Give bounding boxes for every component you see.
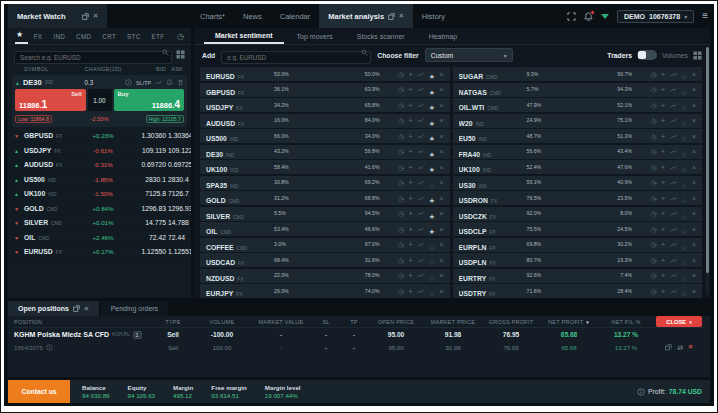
clock-icon[interactable]: ◷ (398, 257, 404, 264)
remove-icon[interactable]: × (692, 195, 696, 202)
remove-icon[interactable]: × (439, 241, 443, 248)
add-icon[interactable]: + (661, 71, 665, 78)
col-position[interactable]: POSITION (14, 319, 152, 325)
close-position-button[interactable]: CLOSE▾ (656, 316, 702, 327)
add-tp-button[interactable]: + (340, 344, 368, 351)
sentiment-row[interactable]: COFFEECMD 3.0% 97.0% (200, 238, 450, 252)
analysis-subtab[interactable]: Top movers (286, 28, 344, 44)
clock-icon[interactable]: ◷ (650, 210, 656, 217)
position-sl[interactable]: - (312, 331, 340, 338)
remove-icon[interactable]: × (692, 272, 696, 279)
remove-icon[interactable]: × (692, 117, 696, 124)
remove-icon[interactable]: × (692, 102, 696, 109)
chart-icon[interactable] (417, 226, 424, 233)
nav-tab[interactable]: Calendar × (271, 4, 319, 28)
clock-icon[interactable]: ◷ (398, 86, 404, 93)
chart-icon[interactable] (670, 117, 677, 124)
sentiment-row[interactable]: USDPLNFX 80.7% 19.3% (453, 253, 703, 267)
row-ask[interactable]: 72.44 (168, 234, 187, 241)
market-watch-row[interactable]: US500IND -1.85% 2830.1 2830.4 (8, 173, 191, 188)
remove-icon[interactable]: × (439, 164, 443, 171)
clock-icon[interactable]: ◷ (398, 117, 404, 124)
chart-icon[interactable] (417, 241, 424, 248)
row-ask[interactable]: 14.788 (168, 219, 191, 226)
popout-icon[interactable] (388, 13, 395, 20)
market-watch-panel-tab[interactable]: Market Watch × (8, 4, 107, 28)
clock-icon[interactable]: ◷ (398, 102, 404, 109)
add-icon[interactable]: + (409, 210, 413, 217)
clock-icon[interactable]: ◷ (398, 164, 404, 171)
chart-icon[interactable] (670, 195, 677, 202)
col-volume[interactable]: VOLUME (194, 319, 250, 325)
add-icon[interactable]: + (409, 148, 413, 155)
market-watch-row[interactable]: OILCMD +2.46% 72.42 72.44 (8, 231, 191, 246)
row-bid[interactable]: 14.775 (126, 219, 168, 226)
category-tab[interactable]: IND (48, 33, 71, 40)
col-market-price[interactable]: MARKET PRICE (424, 319, 482, 325)
chart-icon[interactable] (670, 257, 677, 264)
row-ask[interactable]: 1296.93 (168, 205, 191, 212)
favorites-tab-star-icon[interactable]: ★ (15, 28, 28, 44)
chart-icon[interactable] (670, 210, 677, 217)
subpositions-count-badge[interactable]: 1 (133, 331, 142, 339)
col-market-value[interactable]: MARKET VALUE (250, 319, 312, 325)
remove-icon[interactable]: × (439, 148, 443, 155)
col-tp[interactable]: TP (340, 319, 368, 325)
add-icon[interactable]: + (661, 241, 665, 248)
view-grid-icon[interactable] (693, 51, 702, 60)
category-tab[interactable]: CMD (71, 33, 97, 40)
chart-icon[interactable] (417, 133, 424, 140)
row-ask[interactable]: 1.30364 (168, 132, 191, 139)
filter-select[interactable]: Custom ▾ (425, 48, 513, 62)
reverse-position-icon[interactable]: ⇄ (677, 344, 683, 351)
fullscreen-icon[interactable] (567, 12, 576, 21)
add-icon[interactable]: + (409, 71, 413, 78)
add-icon[interactable]: + (661, 148, 665, 155)
col-sl[interactable]: SL (312, 319, 340, 325)
sentiment-row[interactable]: OIL.WTICMD 47.9% 52.1% (453, 98, 703, 112)
row-ask[interactable]: 1.12551 (168, 248, 191, 255)
clock-icon[interactable]: ◷ (650, 164, 656, 171)
clock-icon[interactable]: ◷ (650, 257, 656, 264)
chart-icon[interactable] (670, 272, 677, 279)
row-bid[interactable]: 72.42 (126, 234, 168, 241)
clock-icon[interactable]: ◷ (398, 133, 404, 140)
sentiment-row[interactable]: GOLDCMD 31.2% 68.8% (200, 191, 450, 205)
nav-tab[interactable]: Market analysis × (319, 4, 413, 28)
sentiment-row[interactable]: US30IND 59.1% 40.9% (453, 176, 703, 190)
add-icon[interactable]: + (409, 179, 413, 186)
clock-icon[interactable]: ◷ (650, 71, 656, 78)
row-ask[interactable]: 109.122 (168, 147, 191, 154)
remove-icon[interactable]: × (692, 241, 696, 248)
category-tab[interactable]: FX (28, 33, 48, 40)
remove-icon[interactable]: × (439, 133, 443, 140)
clock-icon[interactable]: ◷ (398, 272, 404, 279)
remove-icon[interactable]: × (439, 195, 443, 202)
sl-tp-button[interactable]: SL/TP (136, 80, 151, 86)
chart-icon[interactable] (670, 102, 677, 109)
sell-button[interactable]: Sell 11886.1 (15, 89, 86, 111)
category-tab[interactable]: STC (122, 33, 147, 40)
chart-icon[interactable] (670, 288, 677, 295)
clock-icon[interactable]: ◷ (650, 102, 656, 109)
sentiment-row[interactable]: USDCADFX 68.4% 31.6% (200, 253, 450, 267)
position-tp[interactable]: - (340, 331, 368, 338)
col-net-profit[interactable]: NET PROFIT▼ (540, 319, 598, 325)
col-net-pl[interactable]: NET P/L % (598, 319, 654, 325)
col-type[interactable]: TYPE (152, 319, 194, 325)
row-bid[interactable]: 1.12550 (126, 248, 168, 255)
sentiment-row[interactable]: OILCMD 53.4% 46.6% (200, 222, 450, 236)
remove-icon[interactable]: × (692, 210, 696, 217)
clock-icon[interactable]: ◷ (398, 210, 404, 217)
chart-icon[interactable] (417, 210, 424, 217)
add-icon[interactable]: + (661, 102, 665, 109)
chart-icon[interactable] (670, 133, 677, 140)
analysis-subtab[interactable]: Market sentiment (204, 28, 284, 44)
add-icon[interactable]: + (409, 117, 413, 124)
sentiment-row[interactable]: EURUSDFX 50.0% 50.0% (200, 67, 450, 81)
remove-icon[interactable]: × (692, 179, 696, 186)
row-bid[interactable]: 1.30360 (126, 132, 168, 139)
account-selector[interactable]: DEMO 10676378 ▾ (617, 10, 694, 23)
remove-icon[interactable]: × (439, 86, 443, 93)
remove-icon[interactable]: × (439, 102, 443, 109)
